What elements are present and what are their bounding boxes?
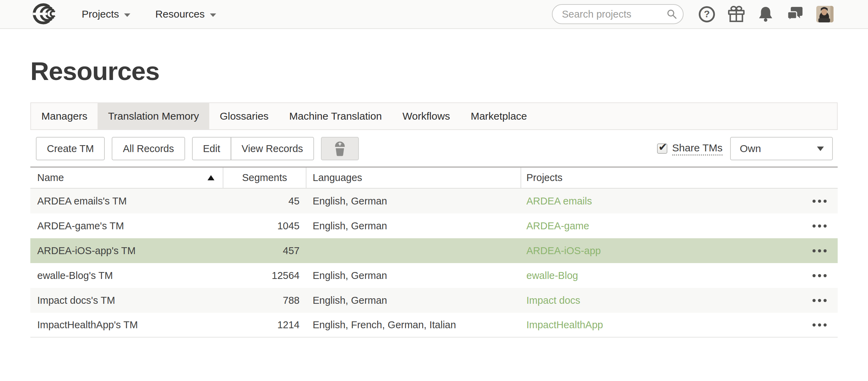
tm-languages: English, German: [306, 295, 521, 306]
tm-scope-value: Own: [740, 143, 761, 154]
records-button-group: Edit View Records: [192, 137, 314, 160]
tm-languages: English, German: [306, 220, 521, 232]
tm-projects-cell: Impact docs: [521, 288, 838, 313]
tm-toolbar: Create TM All Records Edit View Records …: [30, 137, 838, 160]
tm-projects-cell: ARDEA-iOS-app: [521, 238, 838, 263]
tab-label: Managers: [41, 110, 87, 122]
user-avatar[interactable]: [816, 6, 834, 22]
page-title: Resources: [30, 57, 838, 85]
tm-name: ARDEA-iOS-app's TM: [30, 245, 223, 257]
table-row[interactable]: ImpactHealthApp's TM 1214 English, Frenc…: [30, 313, 838, 338]
search-icon[interactable]: [666, 9, 677, 20]
tm-projects-cell: ImpactHealthApp: [521, 313, 838, 337]
row-menu-button[interactable]: [812, 295, 827, 305]
tm-name: ARDEA-game's TM: [30, 220, 223, 232]
column-header-projects[interactable]: Projects: [521, 168, 838, 188]
row-menu-button[interactable]: [812, 196, 827, 206]
tab-label: Translation Memory: [108, 110, 199, 122]
tab[interactable]: Glossaries: [209, 103, 279, 129]
tm-name: ARDEA emails's TM: [30, 195, 223, 207]
select-caret-icon: [817, 147, 824, 151]
tm-scope-select[interactable]: Own: [730, 137, 833, 160]
table-row[interactable]: ewalle-Blog's TM 12564 English, German e…: [30, 263, 838, 288]
column-header-segments[interactable]: Segments: [223, 168, 306, 188]
topbar: Projects Resources ?: [0, 0, 868, 29]
column-segments-label: Segments: [242, 172, 287, 183]
app-logo-icon[interactable]: [33, 2, 60, 27]
tm-languages: English, French, German, Italian: [306, 319, 521, 331]
table-row[interactable]: ARDEA-iOS-app's TM 457 ARDEA-iOS-app: [30, 238, 838, 263]
share-tms-label[interactable]: Share TMs: [672, 142, 723, 156]
share-tms-checkbox[interactable]: [657, 143, 667, 154]
resources-tabbar: Managers Translation Memory Glossaries M…: [30, 102, 838, 130]
column-header-name[interactable]: Name: [30, 168, 223, 188]
nav-resources-menu[interactable]: Resources: [155, 8, 216, 20]
tm-projects-cell: ARDEA-game: [521, 213, 838, 238]
search-input[interactable]: [562, 9, 666, 20]
tab-label: Workflows: [403, 110, 450, 122]
tm-segments: 1045: [223, 220, 306, 232]
gift-icon[interactable]: [728, 6, 745, 23]
tm-name: ImpactHealthApp's TM: [30, 319, 223, 331]
project-link[interactable]: Impact docs: [526, 295, 580, 306]
project-link[interactable]: ARDEA emails: [526, 195, 592, 207]
search-box: [552, 4, 684, 24]
help-icon[interactable]: ?: [699, 6, 715, 22]
column-name-label: Name: [37, 172, 64, 183]
column-projects-label: Projects: [526, 172, 563, 183]
tab-label: Machine Translation: [289, 110, 382, 122]
tm-segments: 12564: [223, 270, 306, 281]
tab[interactable]: Managers: [31, 103, 98, 129]
page-content: Resources Managers Translation Memory Gl…: [30, 57, 838, 338]
row-menu-button[interactable]: [812, 320, 827, 330]
tm-segments: 45: [223, 195, 306, 207]
nav-projects-label: Projects: [82, 8, 119, 20]
project-link[interactable]: ewalle-Blog: [526, 270, 578, 281]
column-languages-label: Languages: [313, 172, 362, 183]
project-link[interactable]: ImpactHealthApp: [526, 319, 603, 331]
topbar-icons: ?: [699, 6, 834, 23]
tm-projects-cell: ewalle-Blog: [521, 263, 838, 288]
nav-projects-menu[interactable]: Projects: [82, 8, 130, 20]
edit-button[interactable]: Edit: [192, 137, 231, 160]
tab[interactable]: Marketplace: [460, 103, 537, 129]
delete-tm-button[interactable]: [321, 137, 359, 160]
tm-segments: 788: [223, 295, 306, 306]
sort-ascending-icon: [208, 175, 214, 180]
project-link[interactable]: ARDEA-game: [526, 220, 589, 232]
tm-name: Impact docs's TM: [30, 295, 223, 306]
chat-icon[interactable]: [786, 6, 804, 22]
tab[interactable]: Machine Translation: [279, 103, 392, 129]
column-header-languages[interactable]: Languages: [306, 168, 521, 188]
table-row[interactable]: ARDEA-game's TM 1045 English, German ARD…: [30, 213, 838, 238]
tm-languages: English, German: [306, 195, 521, 207]
tab-label: Marketplace: [471, 110, 527, 122]
tab-label: Glossaries: [220, 110, 269, 122]
toolbar-right: Share TMs Own: [657, 137, 838, 160]
row-menu-button[interactable]: [812, 221, 827, 231]
table-row[interactable]: ARDEA emails's TM 45 English, German ARD…: [30, 189, 838, 213]
tm-segments: 1214: [223, 319, 306, 331]
row-menu-button[interactable]: [812, 246, 827, 256]
tm-languages: English, German: [306, 270, 521, 281]
table-header: Name Segments Languages Projects: [30, 167, 838, 189]
tm-name: ewalle-Blog's TM: [30, 270, 223, 281]
tm-table: Name Segments Languages Projects ARDEA e…: [30, 167, 838, 338]
chevron-down-icon: [124, 13, 130, 17]
table-row[interactable]: Impact docs's TM 788 English, German Imp…: [30, 288, 838, 313]
tm-segments: 457: [223, 245, 306, 257]
tm-projects-cell: ARDEA emails: [521, 189, 838, 213]
heron-logo-icon: [33, 2, 60, 25]
project-link[interactable]: ARDEA-iOS-app: [526, 245, 601, 257]
all-records-button[interactable]: All Records: [112, 137, 185, 160]
create-tm-button[interactable]: Create TM: [36, 137, 105, 160]
tab[interactable]: Workflows: [392, 103, 461, 129]
tab[interactable]: Translation Memory: [98, 103, 209, 129]
nav-resources-label: Resources: [155, 8, 204, 20]
view-records-button[interactable]: View Records: [231, 137, 314, 160]
chevron-down-icon: [210, 13, 216, 17]
trash-icon: [333, 141, 347, 157]
bell-icon[interactable]: [758, 6, 774, 22]
row-menu-button[interactable]: [812, 271, 827, 281]
